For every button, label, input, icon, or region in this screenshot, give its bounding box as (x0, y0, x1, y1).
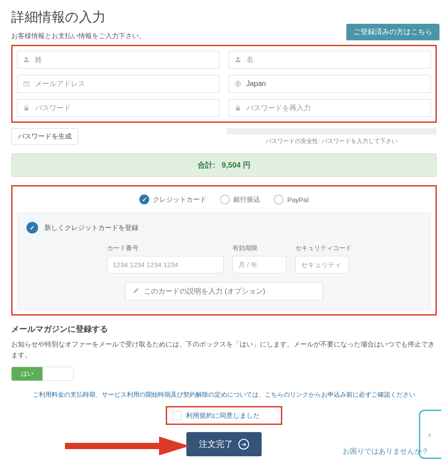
payment-label-bank: 銀行振込 (233, 195, 260, 204)
toggle-yes: はい (12, 367, 43, 381)
customer-info-highlight (11, 45, 437, 123)
arrow-right-circle-icon: ➔ (238, 439, 249, 450)
submit-order-button[interactable]: 注文完了 ➔ (186, 432, 262, 456)
last-name-input[interactable] (35, 56, 214, 64)
register-new-card-label: 新しくクレジットカードを登録 (44, 224, 138, 232)
card-description-input[interactable] (144, 287, 315, 295)
password-confirm-field-wrap (228, 99, 431, 117)
person-icon (234, 56, 242, 63)
help-text[interactable]: お困りではありませんか？ (343, 447, 429, 456)
password-strength-bar (226, 128, 437, 134)
newsletter-toggle[interactable]: はい (11, 367, 74, 381)
chevron-left-icon: ‹ (428, 429, 431, 440)
payment-radio-paypal[interactable]: PayPal (274, 195, 309, 204)
payment-label-credit: クレジットカード (153, 195, 207, 204)
card-description-wrap (125, 282, 323, 300)
agree-checkbox[interactable] (172, 411, 181, 420)
payment-radio-credit[interactable]: クレジットカード (139, 195, 207, 204)
last-name-field-wrap (17, 51, 220, 69)
payment-label-paypal: PayPal (287, 196, 309, 203)
password-strength-text: パスワードの安全性: パスワードを入力して下さい (226, 137, 437, 145)
lock-icon (234, 105, 242, 111)
password-field-wrap (17, 99, 220, 117)
agree-highlight: 利用規約に同意しました (166, 406, 282, 425)
total-amount: 9,504 円 (222, 161, 250, 169)
newsletter-desc: お知らせや特別なオファーをメールで受け取るためには、下のボックスを「はい」にしま… (11, 339, 437, 360)
radio-checked-icon (139, 195, 149, 204)
check-circle-icon: ✓ (26, 222, 38, 234)
credit-card-panel: ✓ 新しくクレジットカードを登録 カード番号 有効期限 セキュリティコード (17, 212, 431, 310)
radio-icon (220, 195, 230, 204)
country-field-wrap[interactable] (228, 75, 431, 93)
generate-password-button[interactable]: パスワードを生成 (11, 128, 78, 145)
card-expiry-label: 有効期限 (233, 244, 286, 252)
password-confirm-input[interactable] (246, 104, 425, 112)
total-bar: 合計: 9,504 円 (11, 153, 437, 177)
terms-notice-link[interactable]: ご利用料金の支払時期、サービス利用の開始時期及び契約解除の定めについては、こちら… (11, 391, 437, 399)
pencil-icon (133, 287, 139, 295)
svg-marker-1 (65, 437, 190, 455)
submit-label: 注文完了 (199, 438, 233, 450)
agree-label[interactable]: 利用規約に同意しました (186, 411, 260, 420)
email-field-wrap (17, 75, 220, 93)
envelope-icon (23, 81, 30, 87)
first-name-field-wrap (228, 51, 431, 69)
person-icon (23, 56, 30, 63)
toggle-off-side (43, 367, 73, 381)
already-registered-button[interactable]: ご登録済みの方はこちら (346, 24, 439, 40)
card-cvv-label: セキュリティコード (295, 244, 352, 252)
payment-highlight: クレジットカード 銀行振込 PayPal ✓ 新しくクレジットカードを登録 カー… (11, 185, 437, 316)
newsletter-title: メールマガジンに登録する (11, 324, 437, 334)
card-number-label: カード番号 (107, 244, 224, 252)
card-cvv-input[interactable] (295, 256, 349, 273)
first-name-input[interactable] (246, 56, 425, 64)
payment-radio-bank[interactable]: 銀行振込 (220, 195, 260, 204)
radio-icon (274, 195, 284, 204)
email-input[interactable] (35, 80, 214, 88)
country-select[interactable] (246, 80, 425, 88)
card-expiry-input[interactable] (233, 256, 286, 273)
total-label: 合計: (198, 161, 215, 169)
lock-icon (23, 105, 30, 111)
password-input[interactable] (35, 104, 214, 112)
annotation-arrow-icon (65, 435, 190, 457)
card-number-input[interactable] (107, 256, 224, 273)
globe-icon (234, 81, 242, 87)
